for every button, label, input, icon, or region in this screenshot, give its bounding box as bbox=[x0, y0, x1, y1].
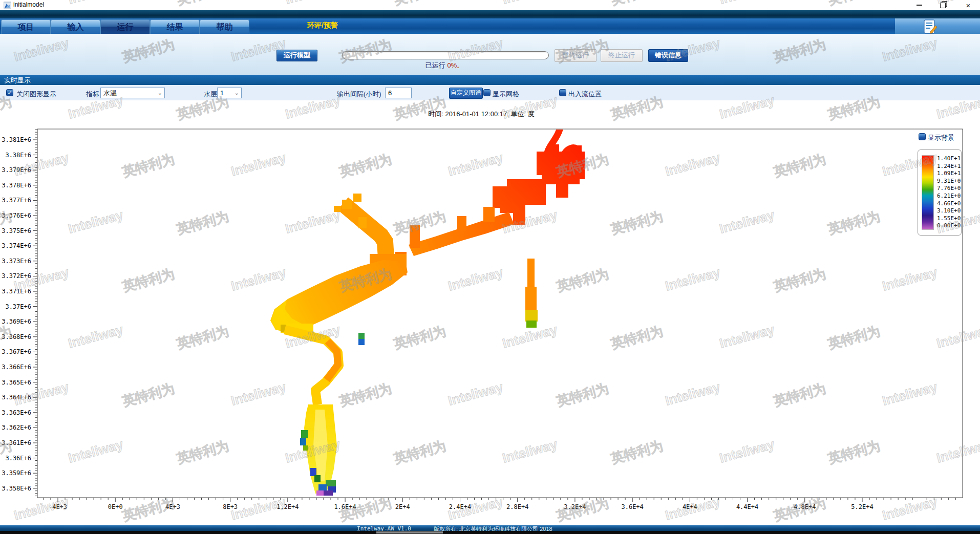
indicator-label: 指标 bbox=[86, 90, 99, 99]
flow-position-checkbox[interactable] bbox=[559, 89, 566, 96]
x-tick-label: 4.8E+4 bbox=[794, 503, 816, 510]
plot-border bbox=[37, 129, 963, 498]
y-tick-label: 3.38E+6 bbox=[5, 152, 31, 159]
y-tick-label: 3.358E+6 bbox=[2, 485, 31, 492]
legend-value: 4.66E+0 bbox=[937, 200, 961, 208]
y-tick-label: 3.375E+6 bbox=[2, 227, 31, 234]
legend-value: 0.00E+0 bbox=[937, 222, 961, 230]
layer-label: 水层 bbox=[204, 90, 217, 99]
x-tick-label: 4E+3 bbox=[165, 503, 180, 510]
y-tick-label: 3.373E+6 bbox=[2, 258, 31, 265]
temperature-map[interactable]: 3.381E+63.38E+63.379E+63.378E+63.377E+63… bbox=[0, 123, 980, 527]
y-tick-label: 3.374E+6 bbox=[2, 242, 31, 249]
app-icon bbox=[4, 2, 11, 9]
interval-input[interactable]: 6 bbox=[385, 88, 412, 98]
y-tick-label: 3.376E+6 bbox=[2, 212, 31, 219]
legend-values: 1.40E+11.24E+11.09E+19.31E+07.76E+06.21E… bbox=[937, 155, 961, 230]
show-grid-checkbox[interactable] bbox=[483, 89, 491, 96]
x-tick-label: 2.8E+4 bbox=[506, 503, 528, 510]
error-info-button[interactable]: 错误信息 bbox=[648, 49, 688, 62]
restore-button[interactable] bbox=[934, 0, 951, 10]
progress-text: 已运行 0%。 bbox=[398, 61, 491, 70]
time-caption: 时间: 2016-01-01 12:00:17; 单位: 度 bbox=[225, 110, 737, 119]
tab-运行[interactable]: 运行 bbox=[100, 19, 150, 34]
x-tick-label: 1.2E+4 bbox=[276, 503, 299, 510]
x-tick-label: 8E+3 bbox=[223, 503, 238, 510]
y-tick-label: 3.381E+6 bbox=[2, 136, 31, 143]
chevron-down-icon: ⌄ bbox=[235, 88, 239, 98]
window-title: initialmodel bbox=[13, 1, 44, 8]
close-graph-label: 关闭图形显示 bbox=[16, 90, 56, 99]
taskbar-strip bbox=[0, 531, 980, 534]
indicator-value: 水温 bbox=[103, 89, 117, 97]
layer-dropdown[interactable]: 1 ⌄ bbox=[217, 88, 242, 98]
realtime-section-header: 实时显示 bbox=[0, 75, 980, 85]
x-tick-label: -4E+3 bbox=[49, 503, 67, 510]
show-grid-label: 显示网格 bbox=[493, 90, 519, 99]
tab-帮助[interactable]: 帮助 bbox=[200, 19, 249, 34]
x-tick-label: 2E+4 bbox=[395, 503, 410, 510]
y-tick-label: 3.367E+6 bbox=[2, 348, 31, 355]
minimize-button[interactable] bbox=[910, 0, 928, 10]
legend-value: 6.21E+0 bbox=[937, 193, 961, 200]
tab-结果[interactable]: 结果 bbox=[150, 19, 200, 34]
x-tick-label: 4E+4 bbox=[683, 503, 697, 510]
x-tick-label: 5.2E+4 bbox=[851, 503, 873, 510]
legend-value: 1.40E+1 bbox=[937, 155, 961, 163]
y-tick-label: 3.37E+6 bbox=[5, 303, 31, 310]
layer-value: 1 bbox=[220, 89, 224, 97]
x-tick-label: 3.6E+4 bbox=[621, 503, 643, 510]
indicator-dropdown[interactable]: 水温 ⌄ bbox=[100, 88, 165, 98]
legend-value: 1.24E+1 bbox=[937, 163, 961, 170]
y-tick-label: 3.379E+6 bbox=[2, 166, 31, 174]
progress-bar bbox=[342, 51, 549, 59]
y-tick-label: 3.369E+6 bbox=[2, 318, 31, 325]
interval-label: 输出间隔(小时) bbox=[337, 90, 381, 99]
show-background-checkbox[interactable] bbox=[919, 133, 926, 140]
x-axis: -4E+30E+04E+38E+31.2E+41.6E+42E+42.4E+42… bbox=[44, 498, 955, 510]
legend-colorbar bbox=[922, 155, 934, 230]
top-dark-strip bbox=[0, 10, 980, 18]
y-tick-label: 3.363E+6 bbox=[2, 409, 31, 416]
document-edit-icon[interactable] bbox=[921, 19, 939, 34]
y-tick-label: 3.378E+6 bbox=[2, 182, 31, 189]
stop-run-button[interactable]: 终止运行 bbox=[601, 49, 643, 62]
x-tick-label: 0E+0 bbox=[108, 503, 123, 510]
y-tick-label: 3.359E+6 bbox=[2, 469, 31, 477]
y-tick-label: 3.371E+6 bbox=[2, 288, 31, 295]
x-tick-label: 2.4E+4 bbox=[449, 503, 471, 510]
legend-value: 3.10E+0 bbox=[937, 207, 961, 215]
legend-value: 1.09E+1 bbox=[937, 170, 961, 178]
legend-value: 7.76E+0 bbox=[937, 185, 961, 193]
x-tick-label: 1.6E+4 bbox=[334, 503, 356, 510]
y-tick-label: 3.368E+6 bbox=[2, 333, 31, 340]
close-button[interactable]: × bbox=[960, 0, 977, 10]
y-tick-label: 3.362E+6 bbox=[2, 424, 31, 431]
custom-palette-button[interactable]: 自定义图谱 bbox=[449, 88, 483, 99]
legend-value: 1.55E+0 bbox=[937, 215, 961, 223]
taskbar-segment bbox=[376, 531, 443, 533]
run-model-button[interactable]: 运行模型 bbox=[276, 50, 317, 61]
chevron-down-icon: ⌄ bbox=[158, 88, 162, 98]
y-tick-label: 3.36E+6 bbox=[5, 455, 31, 462]
progress-value: 0%。 bbox=[447, 61, 463, 69]
pause-run-button[interactable]: 暂停运行 bbox=[555, 49, 596, 62]
progress-prefix: 已运行 bbox=[425, 61, 445, 69]
close-icon: × bbox=[966, 1, 971, 10]
y-tick-label: 3.361E+6 bbox=[2, 439, 31, 446]
check-icon: ✓ bbox=[7, 90, 12, 96]
legend-value: 9.31E+0 bbox=[937, 178, 961, 185]
tab-输入[interactable]: 输入 bbox=[51, 19, 100, 34]
y-tick-label: 3.377E+6 bbox=[2, 197, 31, 204]
y-tick-label: 3.366E+6 bbox=[2, 364, 31, 371]
flow-position-label: 出入流位置 bbox=[568, 90, 602, 99]
env-warning-label: 环评/预警 bbox=[307, 21, 410, 30]
show-background-label: 显示背景 bbox=[928, 133, 954, 142]
x-tick-label: 3.2E+4 bbox=[564, 503, 586, 510]
x-tick-label: 4.4E+4 bbox=[736, 503, 758, 510]
close-graph-checkbox[interactable]: ✓ bbox=[6, 89, 13, 96]
tab-项目[interactable]: 项目 bbox=[1, 19, 51, 34]
y-tick-label: 3.364E+6 bbox=[2, 394, 31, 401]
y-axis: 3.381E+63.38E+63.379E+63.378E+63.377E+63… bbox=[2, 130, 37, 496]
y-tick-label: 3.372E+6 bbox=[2, 272, 31, 280]
